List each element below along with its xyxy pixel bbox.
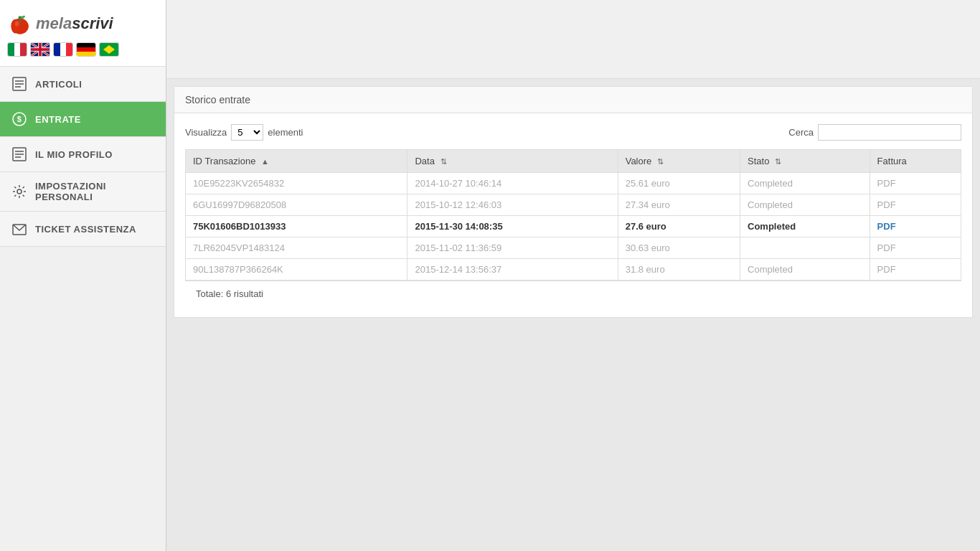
sidebar: melascrivi <box>0 0 166 551</box>
table-header-row: ID Transazione ▲ Data ⇅ Valore ⇅ <box>186 150 961 173</box>
cell-valore: 31.8 euro <box>618 259 740 281</box>
cell-valore: 25.61 euro <box>618 173 740 194</box>
sidebar-item-ticket[interactable]: TICKET ASSISTENZA <box>0 212 166 247</box>
sort-data-icon: ⇅ <box>440 157 447 166</box>
panel-header: Storico entrate <box>174 87 972 113</box>
cell-data: 2015-10-12 12:46:03 <box>407 194 618 216</box>
cell-id: 6GU16997D96820508 <box>186 194 407 216</box>
col-valore[interactable]: Valore ⇅ <box>618 150 740 173</box>
brand-name: melascrivi <box>36 14 113 33</box>
sidebar-item-entrate[interactable]: $ ENTRATE <box>0 102 166 137</box>
cell-valore: 27.6 euro <box>618 216 740 237</box>
ticket-icon <box>11 220 28 237</box>
cell-data: 2015-12-14 13:56:37 <box>407 259 618 281</box>
sort-stato-icon: ⇅ <box>775 157 781 166</box>
flag-english[interactable] <box>30 42 50 57</box>
svg-point-24 <box>17 189 22 194</box>
cerca-input[interactable] <box>818 124 961 141</box>
visualizza-wrapper: Visualizza 5 10 25 50 elementi <box>185 124 303 141</box>
panel-body: Visualizza 5 10 25 50 elementi Cerca <box>174 113 972 317</box>
table-row: 7LR62045VP1483124 2015-11-02 11:36:59 30… <box>186 237 961 259</box>
col-stato[interactable]: Stato ⇅ <box>740 150 870 173</box>
brand-logo: melascrivi <box>7 11 159 37</box>
articles-icon <box>11 75 28 93</box>
svg-point-3 <box>11 20 19 33</box>
entrate-icon: $ <box>11 110 28 128</box>
sidebar-label-articoli: ARTICOLI <box>35 79 82 90</box>
flag-german[interactable] <box>76 42 96 57</box>
cell-data: 2015-11-02 11:36:59 <box>407 237 618 259</box>
svg-rect-13 <box>31 48 50 51</box>
totale-label: Totale: 6 risultati <box>196 288 263 299</box>
sort-valore-icon: ⇅ <box>657 157 664 166</box>
cell-id: 7LR62045VP1483124 <box>186 237 407 259</box>
cell-valore: 27.34 euro <box>618 194 740 216</box>
flag-french[interactable] <box>53 42 73 57</box>
top-bar <box>166 0 980 79</box>
cell-data: 2014-10-27 10:46:14 <box>407 173 618 194</box>
table-row: 6GU16997D96820508 2015-10-12 12:46:03 27… <box>186 194 961 216</box>
content-area: Storico entrate Visualizza 5 10 25 50 el… <box>166 79 980 551</box>
profilo-icon <box>11 146 28 163</box>
cerca-label: Cerca <box>788 127 814 138</box>
cell-stato: Completed <box>740 259 870 281</box>
sidebar-label-ticket: TICKET ASSISTENZA <box>35 224 136 235</box>
apple-icon <box>7 11 33 37</box>
cell-id: 10E95223KV2654832 <box>186 173 407 194</box>
table-row: 10E95223KV2654832 2014-10-27 10:46:14 25… <box>186 173 961 194</box>
flag-italian[interactable] <box>7 42 27 57</box>
table-row: 75K01606BD1013933 2015-11-30 14:08:35 27… <box>186 216 961 237</box>
flag-portuguese[interactable] <box>99 42 119 57</box>
sidebar-item-articoli[interactable]: ARTICOLI <box>0 67 166 102</box>
impostazioni-icon <box>11 183 28 200</box>
panel-title: Storico entrate <box>185 94 250 105</box>
col-id-transazione[interactable]: ID Transazione ▲ <box>186 150 407 173</box>
svg-text:$: $ <box>17 115 22 123</box>
cell-id: 75K01606BD1013933 <box>186 216 407 237</box>
transactions-table: ID Transazione ▲ Data ⇅ Valore ⇅ <box>185 149 961 281</box>
sidebar-item-impostazioni[interactable]: IMPOSTAZIONI PERSONALI <box>0 172 166 212</box>
visualizza-label: Visualizza <box>185 127 227 138</box>
cell-fattura[interactable]: PDF <box>870 173 961 194</box>
sidebar-label-profilo: IL MIO PROFILO <box>35 149 113 160</box>
language-flags <box>7 42 159 57</box>
main-content: Storico entrate Visualizza 5 10 25 50 el… <box>166 0 980 551</box>
cerca-wrapper: Cerca <box>788 124 961 141</box>
cell-fattura[interactable]: PDF <box>870 237 961 259</box>
col-data[interactable]: Data ⇅ <box>407 150 618 173</box>
cell-stato: Completed <box>740 194 870 216</box>
table-row: 90L138787P366264K 2015-12-14 13:56:37 31… <box>186 259 961 281</box>
table-controls: Visualizza 5 10 25 50 elementi Cerca <box>185 124 961 141</box>
cell-fattura[interactable]: PDF <box>870 194 961 216</box>
cell-id: 90L138787P366264K <box>186 259 407 281</box>
sidebar-label-impostazioni: IMPOSTAZIONI PERSONALI <box>35 181 155 202</box>
cell-stato: Completed <box>740 216 870 237</box>
cell-stato <box>740 237 870 259</box>
svg-point-4 <box>15 21 19 26</box>
col-fattura[interactable]: Fattura <box>870 150 961 173</box>
sidebar-item-profilo[interactable]: IL MIO PROFILO <box>0 137 166 172</box>
cell-fattura[interactable]: PDF <box>870 259 961 281</box>
sidebar-label-entrate: ENTRATE <box>35 114 81 125</box>
logo-area: melascrivi <box>0 0 166 67</box>
visualizza-select[interactable]: 5 10 25 50 <box>231 124 263 141</box>
cell-fattura[interactable]: PDF <box>870 216 961 237</box>
sort-id-icon: ▲ <box>261 157 269 166</box>
totale-row: Totale: 6 risultati <box>185 281 961 306</box>
elementi-label: elementi <box>268 127 303 138</box>
cell-valore: 30.63 euro <box>618 237 740 259</box>
cell-data: 2015-11-30 14:08:35 <box>407 216 618 237</box>
cell-stato: Completed <box>740 173 870 194</box>
storico-panel: Storico entrate Visualizza 5 10 25 50 el… <box>174 86 973 318</box>
